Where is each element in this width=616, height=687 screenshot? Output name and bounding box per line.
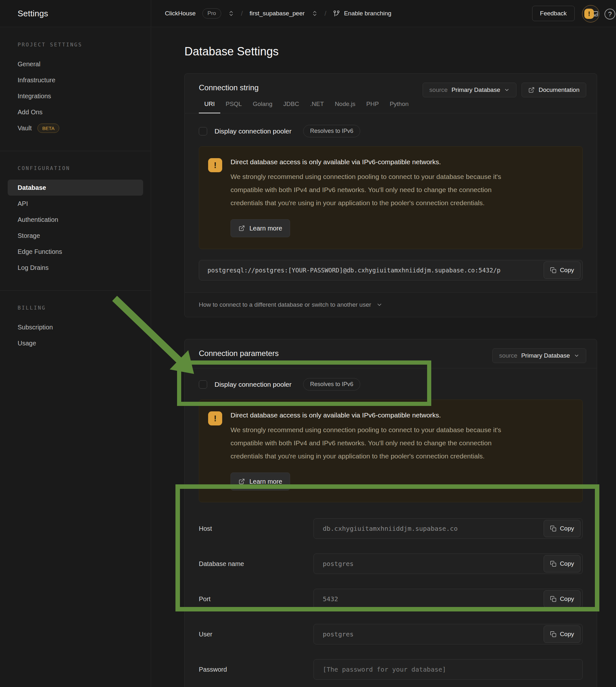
warning-text: credentials that you're using in your ap… — [230, 449, 501, 463]
password-row: Password [The password for your database… — [199, 659, 583, 680]
breadcrumb-project[interactable]: first_supabase_peer — [249, 10, 305, 17]
tab-php[interactable]: PHP — [361, 101, 384, 113]
warning-icon: ! — [208, 158, 222, 172]
sidebar-item-api[interactable]: API — [0, 196, 151, 212]
pooler-row: Display connection pooler Resolves to IP… — [185, 369, 597, 391]
user-value: postgres — [314, 624, 582, 644]
ipv6-warning-banner: ! Direct database access is only availab… — [199, 400, 583, 502]
sidebar-section-project-settings: PROJECT SETTINGS General Infrastructure … — [0, 27, 151, 151]
field-label: Database name — [199, 560, 313, 568]
tab-dotnet[interactable]: .NET — [305, 101, 329, 113]
tab-nodejs[interactable]: Node.js — [329, 101, 361, 113]
settings-title: Settings — [18, 9, 48, 19]
sidebar-item-infrastructure[interactable]: Infrastructure — [0, 72, 151, 88]
learn-more-button[interactable]: Learn more — [230, 219, 290, 237]
feedback-button[interactable]: Feedback — [532, 6, 575, 21]
sidebar-item-database[interactable]: Database — [8, 180, 143, 196]
port-row: Port 5432 Copy — [199, 589, 583, 609]
copy-port-button[interactable]: Copy — [544, 590, 580, 607]
database-name-value: postgres — [314, 554, 582, 574]
connection-uri-value: postgresql://postgres:[YOUR-PASSWORD]@db… — [199, 260, 582, 280]
resolves-to-ipv6-badge: Resolves to IPv6 — [303, 378, 360, 391]
enable-branching-button[interactable]: Enable branching — [333, 10, 391, 17]
tab-python[interactable]: Python — [384, 101, 414, 113]
password-field[interactable]: [The password for your database] — [313, 659, 583, 680]
field-label: Password — [199, 666, 313, 673]
section-label: PROJECT SETTINGS — [0, 42, 151, 48]
connect-help-expander[interactable]: How to connect to a different database o… — [185, 292, 597, 317]
copy-database-name-button[interactable]: Copy — [544, 555, 580, 572]
sidebar-item-add-ons[interactable]: Add Ons — [0, 104, 151, 120]
external-link-icon — [239, 225, 245, 231]
copy-user-button[interactable]: Copy — [544, 625, 580, 643]
copy-uri-button[interactable]: Copy — [544, 262, 580, 279]
external-link-icon — [528, 87, 535, 93]
warning-text: compatible with both IPv4 and IPv6 netwo… — [230, 436, 501, 449]
tab-uri[interactable]: URI — [199, 101, 220, 113]
copy-host-button[interactable]: Copy — [544, 520, 580, 537]
sidebar-item-storage[interactable]: Storage — [0, 228, 151, 244]
pooler-label: Display connection pooler — [215, 127, 291, 135]
help-button[interactable]: ? — [604, 9, 615, 20]
port-value: 5432 — [314, 589, 582, 609]
sidebar-item-general[interactable]: General — [0, 56, 151, 72]
breadcrumb-org[interactable]: ClickHouse — [165, 10, 196, 17]
user-row: User postgres Copy — [199, 624, 583, 644]
sidebar-section-billing: BILLING Subscription Usage — [0, 291, 151, 366]
beta-badge: BETA — [38, 124, 59, 133]
warning-text: compatible with both IPv4 and IPv6 netwo… — [230, 183, 501, 196]
source-select[interactable]: source Primary Database — [492, 348, 586, 363]
source-select[interactable]: source Primary Database — [423, 83, 516, 97]
app-frame: Settings ClickHouse Pro / first_supabase… — [0, 0, 616, 687]
warning-icon: ! — [208, 412, 222, 425]
documentation-button[interactable]: Documentation — [522, 83, 586, 97]
copy-icon — [550, 525, 556, 532]
connection-parameters-header: Connection parameters source Primary Dat… — [185, 339, 597, 369]
database-name-field[interactable]: postgres Copy — [313, 554, 583, 574]
display-connection-pooler-checkbox[interactable] — [199, 380, 207, 389]
breadcrumb-separator-2: / — [325, 9, 327, 17]
page-title: Database Settings — [184, 45, 616, 58]
port-field[interactable]: 5432 Copy — [313, 589, 583, 609]
connection-uri-field[interactable]: postgresql://postgres:[YOUR-PASSWORD]@db… — [199, 260, 583, 281]
copy-icon — [550, 596, 556, 602]
field-label: User — [199, 631, 313, 638]
chevron-down-icon — [376, 302, 382, 308]
project-selector-icon[interactable] — [311, 10, 318, 17]
copy-icon — [550, 560, 556, 567]
sidebar-item-vault[interactable]: Vault BETA — [0, 120, 151, 136]
external-link-icon — [239, 478, 245, 485]
sidebar-item-integrations[interactable]: Integrations — [0, 88, 151, 104]
breadcrumb: ClickHouse Pro / first_supabase_peer / E… — [151, 8, 391, 19]
password-placeholder: [The password for your database] — [314, 660, 582, 679]
connection-string-card: Connection string source Primary Databas… — [184, 73, 597, 317]
git-branch-icon — [333, 10, 340, 17]
sidebar-item-usage[interactable]: Usage — [0, 335, 151, 351]
main-content: Database Settings Connection string sour… — [151, 27, 616, 687]
tab-jdbc[interactable]: JDBC — [278, 101, 305, 113]
enable-branching-label: Enable branching — [344, 10, 391, 17]
pooler-row: Display connection pooler Resolves to IP… — [185, 113, 597, 137]
plan-badge[interactable]: Pro — [202, 8, 221, 19]
learn-more-button[interactable]: Learn more — [230, 472, 290, 490]
display-connection-pooler-checkbox[interactable] — [199, 127, 207, 135]
connection-string-header: Connection string source Primary Databas… — [185, 74, 597, 92]
warning-text: credentials that you're using in your ap… — [230, 196, 501, 209]
notifications-button[interactable]: ! — [582, 5, 599, 22]
tab-golang[interactable]: Golang — [247, 101, 278, 113]
tab-psql[interactable]: PSQL — [220, 101, 247, 113]
section-label: CONFIGURATION — [0, 165, 151, 171]
field-label: Host — [199, 525, 313, 532]
pooler-label: Display connection pooler — [215, 381, 291, 388]
settings-sidebar: PROJECT SETTINGS General Infrastructure … — [0, 27, 151, 687]
sidebar-item-log-drains[interactable]: Log Drains — [0, 260, 151, 275]
sidebar-item-subscription[interactable]: Subscription — [0, 319, 151, 335]
sidebar-item-authentication[interactable]: Authentication — [0, 212, 151, 228]
org-selector-icon[interactable] — [228, 10, 234, 17]
sidebar-item-edge-functions[interactable]: Edge Functions — [0, 244, 151, 260]
user-field[interactable]: postgres Copy — [313, 624, 583, 644]
resolves-to-ipv6-badge: Resolves to IPv6 — [303, 125, 360, 137]
host-field[interactable]: db.cxhygiuitamxhniiddjm.supabase.co Copy — [313, 518, 583, 539]
top-header: Settings ClickHouse Pro / first_supabase… — [0, 0, 616, 27]
breadcrumb-separator: / — [241, 9, 243, 17]
